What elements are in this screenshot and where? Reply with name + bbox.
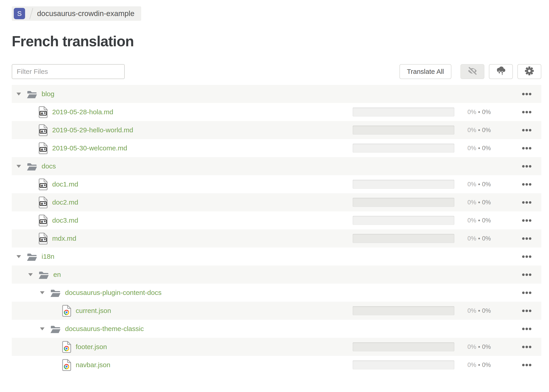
progress-slot: [353, 234, 454, 243]
hide-completed-button[interactable]: [460, 64, 484, 79]
tree-item-name-link[interactable]: current.json: [76, 307, 111, 315]
tree-row: docs: [12, 157, 541, 175]
tree-row-label-area: M 2019-05-30-welcome.md: [12, 142, 353, 154]
row-menu-button[interactable]: [522, 91, 531, 98]
progress-bar: [353, 216, 454, 225]
tree-item-name-link[interactable]: doc1.md: [52, 180, 78, 188]
progress-bar: [353, 126, 454, 135]
row-menu-slot: [522, 289, 531, 296]
row-menu-button[interactable]: [522, 271, 531, 278]
row-menu-button[interactable]: [522, 217, 531, 224]
caret-down-icon: [16, 165, 21, 168]
tree-item-name-link[interactable]: doc3.md: [52, 217, 78, 224]
tree-row: M 2019-05-28-hola.md 0%•0%: [12, 103, 541, 121]
translated-percent: 0%: [467, 145, 476, 152]
tree-item-name-link[interactable]: footer.json: [76, 343, 107, 351]
svg-text:M: M: [41, 220, 43, 223]
indent-spacer: [12, 238, 39, 239]
row-menu-button[interactable]: [522, 235, 531, 242]
ellipsis-dot: [526, 292, 528, 294]
eye-slash-icon: [467, 66, 478, 77]
approved-percent: 0%: [482, 343, 491, 350]
ellipsis-dot: [522, 273, 525, 276]
tree-item-name-link[interactable]: docs: [42, 162, 56, 170]
toolbar: Translate All: [12, 64, 541, 79]
indent-spacer: [12, 202, 39, 203]
ellipsis-dot: [529, 147, 531, 149]
percent-separator: •: [476, 145, 482, 152]
settings-button[interactable]: [517, 64, 541, 79]
percent-separator: •: [476, 199, 482, 206]
tree-item-name-link[interactable]: 2019-05-29-hello-world.md: [52, 126, 133, 134]
tree-row: docusaurus-theme-classic: [12, 320, 541, 338]
tree-item-name-link[interactable]: blog: [42, 90, 54, 98]
row-menu-slot: [522, 199, 531, 206]
markdown-file-icon: M: [39, 196, 48, 208]
row-menu-button[interactable]: [522, 109, 531, 116]
ellipsis-dot: [526, 219, 528, 222]
svg-text:M: M: [41, 202, 43, 205]
tree-item-name-link[interactable]: mdx.md: [52, 235, 76, 242]
filter-files-input[interactable]: [12, 64, 125, 79]
expand-caret[interactable]: [40, 327, 50, 330]
tree-item-name-link[interactable]: en: [53, 271, 61, 278]
row-menu-button[interactable]: [522, 127, 531, 134]
breadcrumb-project-name[interactable]: docusaurus-crowdin-example: [37, 9, 135, 18]
chrome-logo-icon: [64, 346, 69, 351]
translated-percent: 0%: [467, 127, 476, 133]
progress-slot: [353, 180, 454, 189]
expand-caret[interactable]: [40, 291, 50, 294]
ellipsis-dot: [529, 111, 531, 113]
file-tree: blog M: [12, 85, 541, 374]
markdown-file-icon: M: [39, 124, 48, 136]
tree-item-name-link[interactable]: docusaurus-plugin-content-docs: [65, 289, 162, 296]
tree-item-name-link[interactable]: 2019-05-28-hola.md: [52, 108, 113, 116]
tree-row-label-area: footer.json: [12, 341, 353, 353]
expand-caret[interactable]: [16, 165, 27, 168]
tree-row-label-area: en: [12, 271, 353, 279]
translated-percent: 0%: [467, 362, 476, 368]
expand-caret[interactable]: [16, 93, 27, 96]
row-menu-button[interactable]: [522, 289, 531, 296]
row-menu-button[interactable]: [522, 307, 531, 314]
progress-slot: [353, 126, 454, 135]
row-menu-slot: [522, 127, 531, 134]
translate-all-button[interactable]: Translate All: [399, 64, 451, 79]
tree-item-name-link[interactable]: doc2.md: [52, 198, 78, 206]
ellipsis-dot: [526, 328, 528, 330]
indent-spacer: [12, 293, 40, 293]
tree-item-name-link[interactable]: 2019-05-30-welcome.md: [52, 144, 127, 152]
row-menu-button[interactable]: [522, 362, 531, 369]
row-menu-button[interactable]: [522, 145, 531, 152]
row-menu-button[interactable]: [522, 181, 531, 188]
indent-spacer: [12, 220, 39, 221]
row-menu-button[interactable]: [522, 325, 531, 332]
markdown-file-icon: M: [39, 106, 48, 118]
page-title: French translation: [12, 33, 541, 50]
row-menu-slot: [522, 109, 531, 116]
ellipsis-dot: [522, 364, 525, 366]
progress-bar: [353, 144, 454, 153]
progress-bar: [353, 180, 454, 189]
approved-percent: 0%: [482, 109, 491, 115]
row-menu-button[interactable]: [522, 253, 531, 260]
project-avatar-badge[interactable]: S: [14, 8, 25, 19]
ellipsis-dot: [522, 310, 525, 312]
percent-separator: •: [476, 307, 482, 314]
row-menu-button[interactable]: [522, 343, 531, 350]
indent-spacer: [12, 148, 39, 148]
tree-row: M 2019-05-29-hello-world.md 0%•0%: [12, 121, 541, 139]
tree-item-name-link[interactable]: docusaurus-theme-classic: [65, 325, 144, 333]
ellipsis-dot: [526, 111, 528, 113]
tree-item-name-link[interactable]: navbar.json: [76, 361, 110, 369]
approved-percent: 0%: [482, 235, 491, 242]
tree-item-name-link[interactable]: i18n: [42, 253, 54, 260]
tree-row-label-area: M 2019-05-29-hello-world.md: [12, 124, 353, 136]
tree-row-label-area: M mdx.md: [12, 233, 353, 245]
expand-caret[interactable]: [16, 255, 27, 258]
percent-separator: •: [476, 181, 482, 188]
download-upload-button[interactable]: [489, 64, 513, 79]
row-menu-button[interactable]: [522, 163, 531, 170]
row-menu-button[interactable]: [522, 199, 531, 206]
expand-caret[interactable]: [28, 273, 39, 276]
